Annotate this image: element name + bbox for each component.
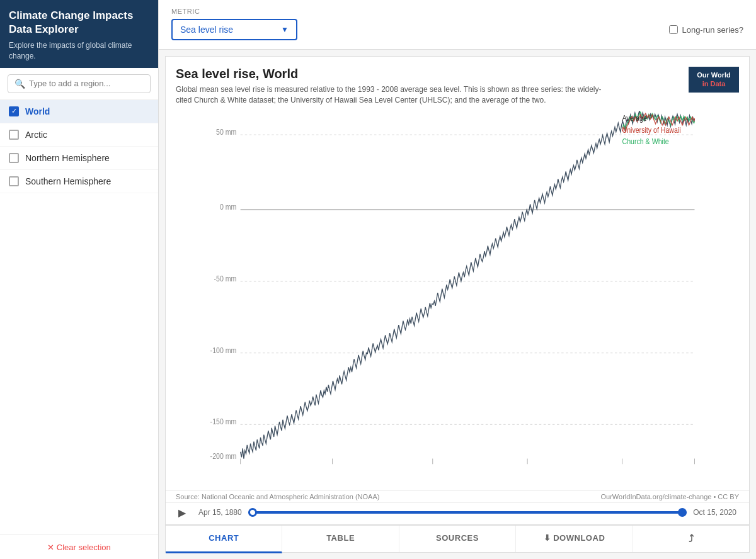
metric-select[interactable]: Sea level rise ▼ [171, 19, 297, 40]
svg-text:50 mm: 50 mm [216, 127, 237, 136]
chart-svg-area: 50 mm 0 mm -50 mm -100 mm -150 mm -200 m… [166, 111, 749, 490]
timeline-left-handle[interactable] [248, 508, 257, 517]
timeline-end-label: Oct 15, 2020 [693, 508, 736, 517]
list-item[interactable]: Arctic [0, 123, 158, 147]
sidebar-search-container: 🔍 [0, 68, 158, 100]
timeline-bar: ▶ Apr 15, 1880 Oct 15, 2020 [166, 502, 749, 524]
tab-table[interactable]: TABLE [282, 526, 399, 552]
owid-logo-line2: in Data [702, 80, 726, 88]
chart-subtitle: Global mean sea level rise is measured r… [176, 84, 617, 106]
tab-download-label: DOWNLOAD [553, 533, 605, 543]
chart-title-block: Sea level rise, World Global mean sea le… [176, 67, 617, 106]
owid-logo-line1: Our World [697, 71, 731, 79]
svg-text:0 mm: 0 mm [220, 202, 237, 212]
metric-controls: Sea level rise ▼ Long-run series? [171, 19, 743, 40]
share-icon: ⤴ [689, 533, 694, 544]
list-item[interactable]: Northern Hemisphere [0, 147, 158, 170]
chart-container: Sea level rise, World Global mean sea le… [165, 56, 750, 553]
southern-hemisphere-checkbox[interactable] [9, 176, 19, 186]
arctic-checkbox[interactable] [9, 130, 19, 140]
chart-svg: 50 mm 0 mm -50 mm -100 mm -150 mm -200 m… [210, 111, 711, 465]
svg-text:University of Hawaii: University of Hawaii [622, 125, 680, 134]
search-input[interactable] [29, 79, 144, 88]
chevron-down-icon: ▼ [281, 25, 289, 34]
chart-header: Sea level rise, World Global mean sea le… [166, 57, 749, 111]
svg-text:Average: Average [622, 113, 647, 123]
source-line: Source: National Oceanic and Atmospheric… [166, 490, 749, 502]
svg-text:-50 mm: -50 mm [214, 273, 236, 283]
list-item[interactable]: Southern Hemisphere [0, 170, 158, 193]
app-title: Climate Change Impacts Data Explorer [9, 9, 149, 37]
tab-chart[interactable]: CHART [166, 526, 282, 553]
search-icon: 🔍 [14, 79, 25, 89]
long-run-label: Long-run series? [682, 25, 743, 35]
long-run-checkbox[interactable] [669, 25, 678, 34]
svg-text:Church & White: Church & White [622, 137, 669, 146]
svg-text:-150 mm: -150 mm [210, 417, 237, 426]
tab-download[interactable]: ⬇ DOWNLOAD [516, 526, 633, 552]
tab-sources-label: SOURCES [436, 533, 479, 543]
average-series [241, 111, 695, 459]
long-run-series-control: Long-run series? [669, 25, 743, 35]
svg-text:-200 mm: -200 mm [210, 451, 237, 460]
main-content: METRIC Sea level rise ▼ Long-run series?… [159, 0, 756, 559]
tab-sources[interactable]: SOURCES [399, 526, 516, 552]
arctic-label: Arctic [25, 130, 47, 140]
list-item[interactable]: World [0, 100, 158, 123]
timeline-right-handle[interactable] [678, 508, 687, 517]
app-subtitle: Explore the impacts of global climate ch… [9, 40, 149, 62]
search-box[interactable]: 🔍 [8, 74, 151, 93]
clear-selection-button[interactable]: Clear selection [47, 543, 111, 552]
world-checkbox[interactable] [9, 106, 19, 116]
northern-hemisphere-label: Northern Hemisphere [25, 153, 110, 163]
download-icon: ⬇ [544, 533, 554, 543]
tab-share[interactable]: ⤴ [633, 526, 749, 552]
sidebar: Climate Change Impacts Data Explorer Exp… [0, 0, 159, 559]
tab-chart-label: CHART [209, 533, 239, 543]
sidebar-header: Climate Change Impacts Data Explorer Exp… [0, 0, 158, 68]
timeline-slider[interactable] [248, 511, 687, 514]
owid-logo: Our World in Data [689, 67, 739, 93]
metric-label: METRIC [171, 8, 743, 15]
svg-text:-100 mm: -100 mm [210, 345, 237, 354]
sidebar-footer: Clear selection [0, 534, 158, 559]
bottom-tabs: CHART TABLE SOURCES ⬇ DOWNLOAD ⤴ [166, 524, 749, 552]
timeline-start-label: Apr 15, 1880 [198, 508, 242, 517]
tab-table-label: TABLE [326, 533, 355, 543]
northern-hemisphere-checkbox[interactable] [9, 153, 19, 163]
source-right-text: OurWorldInData.org/climate-change • CC B… [601, 493, 739, 500]
region-list: World Arctic Northern Hemisphere Souther… [0, 100, 158, 534]
source-text: Source: National Oceanic and Atmospheric… [176, 493, 379, 500]
southern-hemisphere-label: Southern Hemisphere [25, 176, 111, 186]
metric-select-value: Sea level rise [180, 25, 233, 35]
chart-title: Sea level rise, World [176, 67, 617, 81]
play-button[interactable]: ▶ [178, 505, 192, 519]
world-label: World [25, 106, 50, 116]
metric-bar: METRIC Sea level rise ▼ Long-run series? [159, 0, 756, 50]
